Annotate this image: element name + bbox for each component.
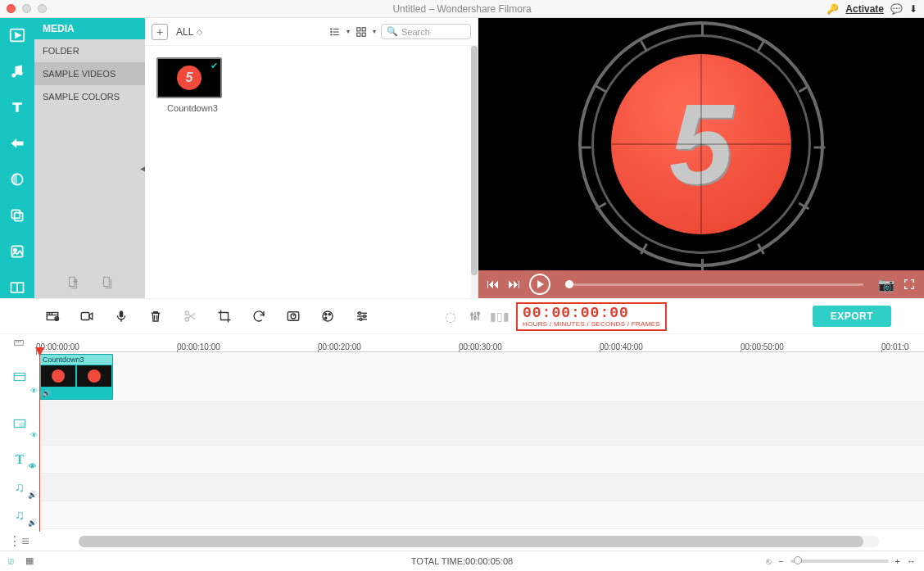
timeline-horizontal-scrollbar[interactable] — [79, 536, 880, 547]
search-placeholder: Search — [401, 27, 430, 37]
fullscreen-button[interactable] — [903, 278, 916, 291]
thumbnail-figure: 5 — [177, 66, 202, 90]
svg-marker-1 — [16, 33, 20, 38]
media-filter-dropdown[interactable]: ALL ◇ — [176, 26, 202, 38]
text-rail-icon[interactable] — [8, 98, 26, 116]
clip-audio-icon: 🔊 — [42, 389, 51, 397]
total-time-value: 00:00:05:08 — [465, 556, 513, 566]
timeline-panel: 00:00:00:00 00:00:10:00 00:00:20:00 00:0… — [0, 334, 924, 551]
timeline-ruler[interactable]: 00:00:00:00 00:00:10:00 00:00:20:00 00:0… — [39, 334, 924, 352]
search-icon: 🔍 — [387, 26, 398, 37]
music-track-2-icon[interactable]: ♫🔊 — [0, 501, 39, 529]
play-button[interactable] — [529, 274, 550, 295]
svg-point-38 — [323, 311, 333, 321]
advanced-tool-button[interactable] — [354, 308, 370, 324]
manage-tracks-button[interactable]: ⋮≡ — [5, 533, 33, 549]
music-track-1-icon[interactable]: ♫🔊 — [0, 474, 39, 501]
ruler-mark: 00:00:30:00 — [459, 342, 502, 351]
svg-text:+: + — [56, 317, 58, 321]
color-tool-button[interactable] — [319, 308, 336, 324]
snapshot-button[interactable]: 📷 — [878, 277, 895, 292]
selected-check-icon: ✔ — [211, 61, 218, 71]
text-track-icon[interactable]: T👁 — [0, 446, 39, 474]
svg-point-39 — [325, 314, 327, 315]
window-title: Untitled – Wondershare Filmora — [0, 3, 924, 15]
edit-tool-button[interactable]: + — [44, 308, 61, 324]
message-icon[interactable]: 💬 — [890, 3, 903, 15]
key-icon: 🔑 — [827, 3, 839, 15]
record-tool-button[interactable] — [79, 308, 95, 324]
splitscreen-rail-icon[interactable] — [8, 279, 26, 297]
export-button[interactable]: EXPORT — [813, 306, 891, 327]
timeline-playhead[interactable] — [39, 352, 40, 532]
preview-seek-slider[interactable] — [565, 283, 863, 286]
svg-text:+: + — [73, 278, 77, 285]
svg-point-16 — [331, 31, 332, 32]
browser-scrollbar[interactable] — [471, 46, 478, 298]
download-icon[interactable]: ⬇ — [909, 3, 917, 15]
category-folder[interactable]: FOLDER — [34, 39, 145, 62]
media-rail-icon[interactable] — [8, 26, 26, 44]
grid-view-button[interactable] — [355, 26, 368, 38]
media-item-countdown3[interactable]: 5 ✔ Countdown3 — [156, 57, 229, 113]
music-rail-icon[interactable] — [8, 62, 26, 80]
remove-folder-icon[interactable] — [100, 275, 115, 290]
ruler-mark: 00:00:40:00 — [600, 342, 643, 351]
filters-rail-icon[interactable] — [8, 170, 26, 188]
svg-rect-20 — [357, 33, 360, 36]
svg-rect-19 — [362, 27, 365, 30]
svg-rect-54 — [15, 341, 24, 346]
waveform-button[interactable]: ▮▯▮ — [491, 308, 508, 324]
svg-line-37 — [293, 315, 295, 317]
pip-track-icon[interactable]: 👁 — [0, 401, 39, 446]
edit-toolbar: + ◌ ▮▯▮ 00:00:00:00 HOURS / MINUTES / SE… — [0, 298, 924, 334]
activate-link[interactable]: Activate — [845, 3, 884, 15]
import-button[interactable]: + — [152, 24, 168, 40]
timeline-clip-countdown3[interactable]: Countdown3 🔊 — [39, 354, 113, 400]
search-input[interactable]: 🔍 Search — [381, 24, 471, 39]
svg-rect-6 — [15, 213, 23, 221]
timeline-marker-icon[interactable] — [11, 338, 26, 349]
preview-playbar: ⏮ ⏭ 📷 — [478, 270, 924, 298]
crop-tool-button[interactable] — [216, 308, 233, 324]
ruler-mark: 00:01:0 — [881, 342, 908, 351]
prev-frame-button[interactable]: ⏮ — [487, 277, 500, 292]
zoom-slider[interactable] — [790, 560, 889, 563]
music-track-2-lane[interactable] — [39, 501, 924, 529]
clip-label: Countdown3 — [40, 355, 112, 365]
list-view-button[interactable] — [328, 26, 342, 38]
category-sample-videos[interactable]: SAMPLE VIDEOS — [34, 62, 145, 85]
preview-panel: 5 ⏮ ⏭ 📷 — [478, 18, 924, 298]
pip-track-lane[interactable] — [39, 401, 924, 446]
media-panel: MEDIA FOLDER SAMPLE VIDEOS SAMPLE COLORS… — [34, 18, 145, 298]
render-preview-button[interactable]: ◌ — [442, 308, 459, 324]
svg-rect-21 — [362, 33, 365, 36]
preview-stage: 5 — [478, 18, 924, 270]
ruler-mark: 00:00:50:00 — [741, 342, 784, 351]
svg-point-8 — [14, 249, 16, 252]
transitions-rail-icon[interactable] — [8, 134, 26, 152]
text-track-lane[interactable] — [39, 446, 924, 474]
svg-point-2 — [11, 74, 16, 78]
video-track-icon[interactable]: 👁 — [0, 352, 39, 401]
voice-tool-button[interactable] — [113, 308, 129, 324]
audio-mixer-button[interactable] — [467, 308, 483, 324]
svg-point-40 — [328, 314, 330, 315]
elements-rail-icon[interactable] — [8, 242, 26, 261]
svg-rect-18 — [357, 27, 360, 30]
video-track-lane[interactable]: Countdown3 🔊 — [39, 352, 924, 401]
media-browser: + ALL ◇ ▾ ▾ 🔍 Search 5 ✔ — [145, 18, 478, 298]
music-track-1-lane[interactable] — [39, 474, 924, 501]
ruler-mark: 00:00:10:00 — [177, 342, 220, 351]
split-tool-button[interactable] — [182, 308, 198, 324]
next-frame-button[interactable]: ⏭ — [508, 277, 521, 292]
svg-rect-5 — [11, 210, 20, 218]
rotate-tool-button[interactable] — [251, 308, 267, 324]
add-folder-icon[interactable]: + — [66, 275, 80, 290]
delete-tool-button[interactable] — [147, 308, 164, 324]
speed-tool-button[interactable] — [285, 308, 301, 324]
svg-rect-58 — [14, 374, 25, 381]
title-bar: Untitled – Wondershare Filmora 🔑 Activat… — [0, 0, 924, 18]
category-sample-colors[interactable]: SAMPLE COLORS — [34, 85, 145, 108]
overlays-rail-icon[interactable] — [8, 206, 26, 224]
